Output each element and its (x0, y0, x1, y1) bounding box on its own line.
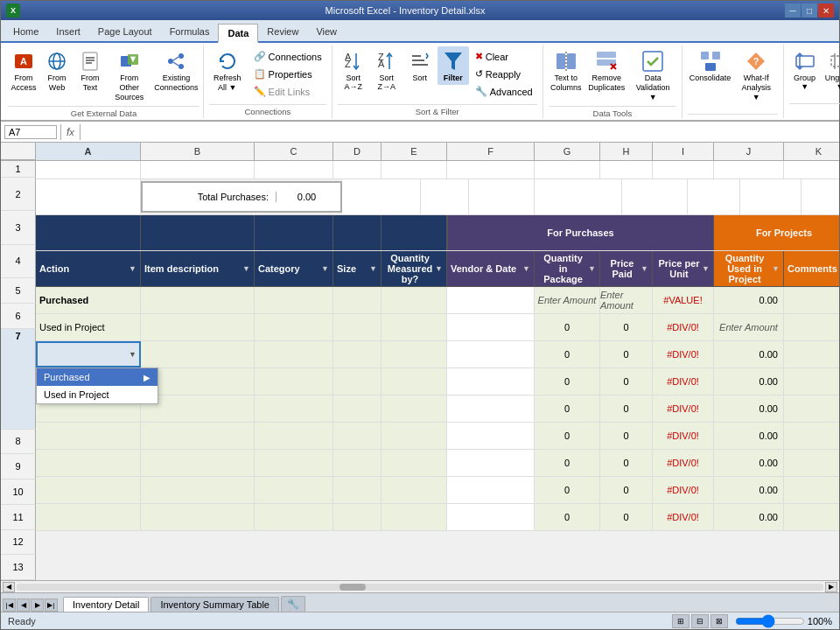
remove-duplicates-button[interactable]: RemoveDuplicates (586, 46, 626, 95)
cell-J6[interactable]: Enter Amount (714, 314, 784, 340)
cell-A2[interactable] (36, 179, 141, 214)
cell-J7[interactable]: 0.00 (714, 341, 784, 368)
normal-view-button[interactable]: ⊞ (672, 614, 690, 628)
cell-E6[interactable] (382, 314, 447, 340)
consolidate-button[interactable]: Consolidate (688, 46, 732, 86)
cell-E7[interactable] (382, 341, 447, 368)
col-header-J[interactable]: J (714, 143, 784, 160)
scroll-right-button[interactable]: ▶ (825, 582, 837, 592)
text-to-columns-button[interactable]: Text toColumns (549, 46, 584, 95)
cell-F6[interactable] (447, 314, 535, 340)
row-header-9[interactable]: 9 (1, 454, 36, 480)
data-validation-button[interactable]: DataValidation ▼ (629, 46, 676, 104)
existing-connections-button[interactable]: ExistingConnections (153, 46, 200, 95)
horizontal-scrollbar[interactable]: ◀ ▶ (1, 580, 839, 592)
col-header-G[interactable]: G (535, 143, 600, 160)
maximize-button[interactable]: □ (802, 4, 817, 18)
tab-data[interactable]: Data (218, 24, 258, 43)
dropdown-item-used-in-project[interactable]: Used in Project (37, 386, 158, 403)
row-header-2[interactable]: 2 (1, 178, 36, 211)
sheet-nav-last[interactable]: ▶| (45, 598, 58, 612)
scroll-left-button[interactable]: ◀ (3, 582, 15, 592)
dropdown-arrow-icon[interactable]: ▼ (129, 350, 136, 359)
clear-button[interactable]: ✖Clear (471, 48, 537, 65)
cell-B6[interactable] (141, 314, 255, 340)
cell-G7[interactable]: 0 (535, 341, 600, 368)
from-access-button[interactable]: A FromAccess (8, 46, 39, 95)
tab-insert[interactable]: Insert (47, 22, 89, 41)
tab-review[interactable]: Review (258, 22, 307, 41)
tab-home[interactable]: Home (4, 22, 47, 41)
formula-input[interactable] (84, 127, 836, 137)
cell-D6[interactable] (333, 314, 382, 340)
filter-button[interactable]: Filter (438, 46, 469, 85)
tab-formulas[interactable]: Formulas (161, 22, 219, 41)
cell-A7[interactable]: ▼ (36, 341, 141, 368)
sheet-tab-inventory-detail[interactable]: Inventory Detail (63, 597, 149, 612)
minimize-button[interactable]: ─ (785, 4, 801, 18)
cell-H5[interactable]: Enter Amount (600, 287, 653, 313)
cell-E5[interactable] (382, 287, 447, 313)
cell-C6[interactable] (255, 314, 333, 340)
cell-A5[interactable]: Purchased (36, 287, 141, 313)
cell-J5[interactable]: 0.00 (714, 287, 784, 313)
what-if-analysis-button[interactable]: ? What-IfAnalysis ▼ (735, 46, 778, 104)
edit-links-button[interactable]: ✏️Edit Links (249, 83, 326, 100)
row-header-10[interactable]: 10 (1, 480, 36, 505)
cell-A13[interactable] (36, 504, 141, 530)
row-header-8[interactable]: 8 (1, 430, 36, 455)
row-header-13[interactable]: 13 (1, 555, 36, 580)
reapply-button[interactable]: ↺Reapply (471, 66, 537, 82)
cell-B7[interactable] (141, 341, 255, 368)
connections-button[interactable]: 🔗Connections (249, 48, 326, 65)
cell-reference-box[interactable]: A7 (4, 125, 57, 139)
cell-F7[interactable] (447, 341, 535, 368)
col-header-H[interactable]: H (600, 143, 653, 160)
cell-K6[interactable] (784, 314, 839, 340)
cell-K5[interactable] (784, 287, 839, 313)
row-header-4[interactable]: 4 (1, 245, 36, 278)
cell-C7[interactable] (255, 341, 333, 368)
row-header-7[interactable]: 7 (1, 329, 36, 430)
sheet-nav-next[interactable]: ▶ (31, 598, 44, 612)
row-header-1[interactable]: 1 (1, 161, 36, 178)
cell-G5[interactable]: Enter Amount (535, 287, 600, 313)
sheet-tab-add[interactable]: 🔧 (281, 596, 305, 612)
cell-F5[interactable] (447, 287, 535, 313)
sheet-nav-prev[interactable]: ◀ (17, 598, 30, 612)
tab-page-layout[interactable]: Page Layout (89, 22, 161, 41)
sort-button[interactable]: Sort (404, 46, 436, 85)
cell-G6[interactable]: 0 (535, 314, 600, 340)
col-header-D[interactable]: D (333, 143, 382, 160)
from-other-sources-button[interactable]: ▼ From OtherSources (108, 46, 151, 104)
page-layout-view-button[interactable]: ⊟ (691, 614, 709, 628)
cell-A10[interactable] (36, 423, 141, 449)
col-header-E[interactable]: E (382, 143, 447, 160)
ungroup-button[interactable]: Ungroup ▼ (822, 46, 840, 94)
from-text-button[interactable]: FromText (74, 46, 106, 95)
cell-B5[interactable] (141, 287, 255, 313)
properties-button[interactable]: 📋Properties (249, 66, 326, 82)
col-header-A[interactable]: A (36, 143, 141, 160)
cell-A11[interactable] (36, 450, 141, 476)
tab-view[interactable]: View (307, 22, 346, 41)
col-header-I[interactable]: I (653, 143, 714, 160)
cell-K7[interactable] (784, 341, 839, 368)
page-break-view-button[interactable]: ⊠ (710, 614, 728, 628)
cell-H7[interactable]: 0 (600, 341, 653, 368)
refresh-all-button[interactable]: RefreshAll ▼ (209, 46, 246, 95)
close-button[interactable]: ✕ (818, 4, 834, 18)
col-header-C[interactable]: C (255, 143, 333, 160)
cell-C5[interactable] (255, 287, 333, 313)
zoom-slider[interactable] (735, 616, 805, 626)
col-header-B[interactable]: B (141, 143, 255, 160)
cell-D7[interactable] (333, 341, 382, 368)
col-header-K[interactable]: K (784, 143, 839, 160)
cell-D5[interactable] (333, 287, 382, 313)
sort-za-button[interactable]: ZA SortZ→A (371, 46, 402, 94)
sort-az-button[interactable]: AZ SortA→Z (338, 46, 369, 94)
row-header-6[interactable]: 6 (1, 304, 36, 329)
col-header-F[interactable]: F (447, 143, 535, 160)
row-header-3[interactable]: 3 (1, 211, 36, 244)
dropdown-item-purchased[interactable]: Purchased ▶ (37, 368, 158, 386)
